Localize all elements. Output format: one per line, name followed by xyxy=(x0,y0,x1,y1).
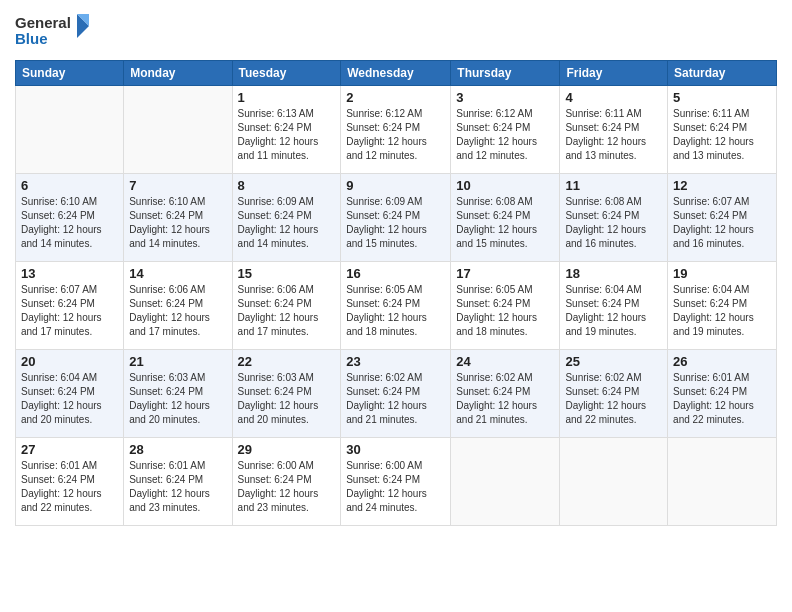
day-number: 15 xyxy=(238,266,336,281)
day-number: 5 xyxy=(673,90,771,105)
day-number: 4 xyxy=(565,90,662,105)
calendar-week-row: 13Sunrise: 6:07 AMSunset: 6:24 PMDayligh… xyxy=(16,262,777,350)
logo-svg: General Blue xyxy=(15,10,95,52)
calendar-header-row: SundayMondayTuesdayWednesdayThursdayFrid… xyxy=(16,61,777,86)
calendar-day-cell: 27Sunrise: 6:01 AMSunset: 6:24 PMDayligh… xyxy=(16,438,124,526)
day-number: 10 xyxy=(456,178,554,193)
calendar-day-cell: 4Sunrise: 6:11 AMSunset: 6:24 PMDaylight… xyxy=(560,86,668,174)
day-info: Sunrise: 6:00 AMSunset: 6:24 PMDaylight:… xyxy=(238,459,336,515)
calendar-day-cell: 13Sunrise: 6:07 AMSunset: 6:24 PMDayligh… xyxy=(16,262,124,350)
day-info: Sunrise: 6:06 AMSunset: 6:24 PMDaylight:… xyxy=(129,283,226,339)
day-number: 8 xyxy=(238,178,336,193)
calendar-day-cell: 5Sunrise: 6:11 AMSunset: 6:24 PMDaylight… xyxy=(668,86,777,174)
calendar-day-cell: 10Sunrise: 6:08 AMSunset: 6:24 PMDayligh… xyxy=(451,174,560,262)
day-number: 16 xyxy=(346,266,445,281)
day-number: 24 xyxy=(456,354,554,369)
page: General Blue SundayMondayTuesdayWednesda… xyxy=(0,0,792,612)
calendar-day-cell: 20Sunrise: 6:04 AMSunset: 6:24 PMDayligh… xyxy=(16,350,124,438)
calendar-day-cell: 12Sunrise: 6:07 AMSunset: 6:24 PMDayligh… xyxy=(668,174,777,262)
column-header-thursday: Thursday xyxy=(451,61,560,86)
day-info: Sunrise: 6:05 AMSunset: 6:24 PMDaylight:… xyxy=(456,283,554,339)
day-info: Sunrise: 6:10 AMSunset: 6:24 PMDaylight:… xyxy=(21,195,118,251)
calendar-day-cell: 17Sunrise: 6:05 AMSunset: 6:24 PMDayligh… xyxy=(451,262,560,350)
day-number: 17 xyxy=(456,266,554,281)
day-number: 12 xyxy=(673,178,771,193)
calendar-day-cell xyxy=(560,438,668,526)
column-header-tuesday: Tuesday xyxy=(232,61,341,86)
calendar-day-cell: 24Sunrise: 6:02 AMSunset: 6:24 PMDayligh… xyxy=(451,350,560,438)
day-info: Sunrise: 6:07 AMSunset: 6:24 PMDaylight:… xyxy=(21,283,118,339)
day-info: Sunrise: 6:01 AMSunset: 6:24 PMDaylight:… xyxy=(129,459,226,515)
calendar-day-cell: 23Sunrise: 6:02 AMSunset: 6:24 PMDayligh… xyxy=(341,350,451,438)
calendar-day-cell xyxy=(124,86,232,174)
day-info: Sunrise: 6:04 AMSunset: 6:24 PMDaylight:… xyxy=(673,283,771,339)
day-info: Sunrise: 6:09 AMSunset: 6:24 PMDaylight:… xyxy=(238,195,336,251)
calendar-day-cell: 9Sunrise: 6:09 AMSunset: 6:24 PMDaylight… xyxy=(341,174,451,262)
day-number: 1 xyxy=(238,90,336,105)
calendar-table: SundayMondayTuesdayWednesdayThursdayFrid… xyxy=(15,60,777,526)
day-number: 3 xyxy=(456,90,554,105)
day-number: 13 xyxy=(21,266,118,281)
day-info: Sunrise: 6:08 AMSunset: 6:24 PMDaylight:… xyxy=(456,195,554,251)
day-number: 26 xyxy=(673,354,771,369)
day-info: Sunrise: 6:01 AMSunset: 6:24 PMDaylight:… xyxy=(21,459,118,515)
column-header-monday: Monday xyxy=(124,61,232,86)
day-info: Sunrise: 6:13 AMSunset: 6:24 PMDaylight:… xyxy=(238,107,336,163)
day-info: Sunrise: 6:03 AMSunset: 6:24 PMDaylight:… xyxy=(238,371,336,427)
calendar-week-row: 20Sunrise: 6:04 AMSunset: 6:24 PMDayligh… xyxy=(16,350,777,438)
column-header-sunday: Sunday xyxy=(16,61,124,86)
calendar-day-cell: 3Sunrise: 6:12 AMSunset: 6:24 PMDaylight… xyxy=(451,86,560,174)
day-number: 28 xyxy=(129,442,226,457)
header: General Blue xyxy=(15,10,777,52)
calendar-day-cell: 7Sunrise: 6:10 AMSunset: 6:24 PMDaylight… xyxy=(124,174,232,262)
calendar-day-cell xyxy=(451,438,560,526)
day-number: 7 xyxy=(129,178,226,193)
day-info: Sunrise: 6:02 AMSunset: 6:24 PMDaylight:… xyxy=(456,371,554,427)
day-info: Sunrise: 6:02 AMSunset: 6:24 PMDaylight:… xyxy=(565,371,662,427)
calendar-day-cell xyxy=(668,438,777,526)
day-number: 21 xyxy=(129,354,226,369)
calendar-week-row: 6Sunrise: 6:10 AMSunset: 6:24 PMDaylight… xyxy=(16,174,777,262)
day-number: 30 xyxy=(346,442,445,457)
calendar-week-row: 1Sunrise: 6:13 AMSunset: 6:24 PMDaylight… xyxy=(16,86,777,174)
day-info: Sunrise: 6:11 AMSunset: 6:24 PMDaylight:… xyxy=(673,107,771,163)
day-number: 25 xyxy=(565,354,662,369)
day-info: Sunrise: 6:07 AMSunset: 6:24 PMDaylight:… xyxy=(673,195,771,251)
calendar-day-cell: 8Sunrise: 6:09 AMSunset: 6:24 PMDaylight… xyxy=(232,174,341,262)
calendar-week-row: 27Sunrise: 6:01 AMSunset: 6:24 PMDayligh… xyxy=(16,438,777,526)
day-number: 27 xyxy=(21,442,118,457)
calendar-day-cell xyxy=(16,86,124,174)
calendar-day-cell: 1Sunrise: 6:13 AMSunset: 6:24 PMDaylight… xyxy=(232,86,341,174)
calendar-day-cell: 2Sunrise: 6:12 AMSunset: 6:24 PMDaylight… xyxy=(341,86,451,174)
day-info: Sunrise: 6:08 AMSunset: 6:24 PMDaylight:… xyxy=(565,195,662,251)
day-info: Sunrise: 6:09 AMSunset: 6:24 PMDaylight:… xyxy=(346,195,445,251)
day-info: Sunrise: 6:06 AMSunset: 6:24 PMDaylight:… xyxy=(238,283,336,339)
day-info: Sunrise: 6:11 AMSunset: 6:24 PMDaylight:… xyxy=(565,107,662,163)
calendar-day-cell: 25Sunrise: 6:02 AMSunset: 6:24 PMDayligh… xyxy=(560,350,668,438)
column-header-friday: Friday xyxy=(560,61,668,86)
calendar-day-cell: 18Sunrise: 6:04 AMSunset: 6:24 PMDayligh… xyxy=(560,262,668,350)
day-info: Sunrise: 6:02 AMSunset: 6:24 PMDaylight:… xyxy=(346,371,445,427)
calendar-day-cell: 6Sunrise: 6:10 AMSunset: 6:24 PMDaylight… xyxy=(16,174,124,262)
day-info: Sunrise: 6:10 AMSunset: 6:24 PMDaylight:… xyxy=(129,195,226,251)
day-number: 23 xyxy=(346,354,445,369)
day-number: 2 xyxy=(346,90,445,105)
day-info: Sunrise: 6:12 AMSunset: 6:24 PMDaylight:… xyxy=(456,107,554,163)
day-number: 6 xyxy=(21,178,118,193)
calendar-day-cell: 30Sunrise: 6:00 AMSunset: 6:24 PMDayligh… xyxy=(341,438,451,526)
day-number: 19 xyxy=(673,266,771,281)
day-number: 18 xyxy=(565,266,662,281)
day-number: 20 xyxy=(21,354,118,369)
day-info: Sunrise: 6:00 AMSunset: 6:24 PMDaylight:… xyxy=(346,459,445,515)
day-info: Sunrise: 6:03 AMSunset: 6:24 PMDaylight:… xyxy=(129,371,226,427)
calendar-day-cell: 28Sunrise: 6:01 AMSunset: 6:24 PMDayligh… xyxy=(124,438,232,526)
day-info: Sunrise: 6:04 AMSunset: 6:24 PMDaylight:… xyxy=(21,371,118,427)
day-number: 9 xyxy=(346,178,445,193)
logo: General Blue xyxy=(15,10,95,52)
column-header-wednesday: Wednesday xyxy=(341,61,451,86)
calendar-day-cell: 14Sunrise: 6:06 AMSunset: 6:24 PMDayligh… xyxy=(124,262,232,350)
day-info: Sunrise: 6:04 AMSunset: 6:24 PMDaylight:… xyxy=(565,283,662,339)
day-info: Sunrise: 6:12 AMSunset: 6:24 PMDaylight:… xyxy=(346,107,445,163)
calendar-day-cell: 22Sunrise: 6:03 AMSunset: 6:24 PMDayligh… xyxy=(232,350,341,438)
calendar-day-cell: 26Sunrise: 6:01 AMSunset: 6:24 PMDayligh… xyxy=(668,350,777,438)
